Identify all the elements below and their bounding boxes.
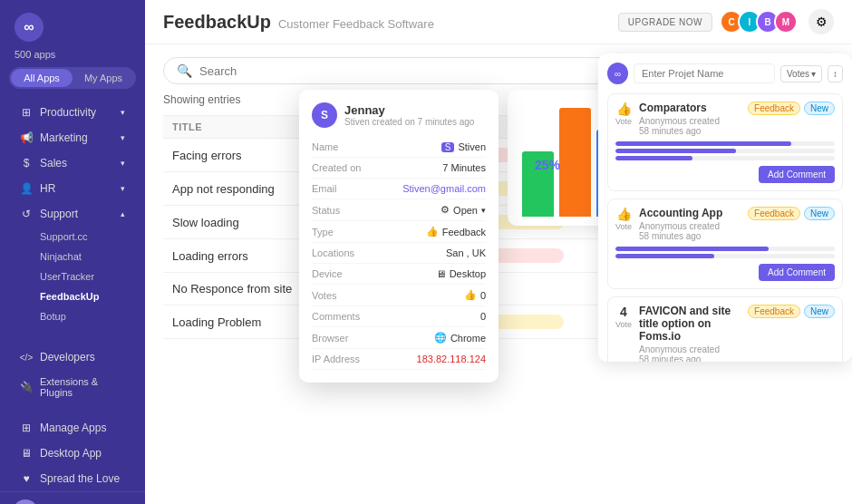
item-meta: Anonymous created 58 minutes ago — [639, 116, 741, 136]
chevron-down-icon: ▾ — [121, 133, 125, 142]
field-label: Device — [312, 268, 343, 279]
sidebar-item-manage-apps[interactable]: ⊞ Manage Apps — [5, 415, 140, 441]
avatar-m: M — [774, 10, 798, 34]
sidebar-item-botup[interactable]: Botup — [5, 306, 140, 326]
sidebar-item-supportcc[interactable]: Support.cc — [5, 227, 140, 247]
sidebar-item-extensions[interactable]: 🔌 Extensions & Plugins — [5, 370, 140, 404]
progress-bar-bg — [615, 254, 835, 258]
new-badge: New — [804, 207, 835, 220]
vote-section[interactable]: 👍 Vote — [615, 102, 632, 126]
detail-field-created: Created on 7 Minutes — [312, 158, 486, 179]
field-value: 183.82.118.124 — [417, 354, 486, 364]
chevron-down-icon: ▾ — [121, 184, 125, 193]
sidebar-item-label: Productivity — [40, 106, 96, 119]
sidebar-item-productivity[interactable]: ⊞ Productivity ▾ — [5, 100, 140, 125]
item-title: Comparators — [639, 102, 741, 114]
thumbs-up-icon: 👍 — [616, 207, 632, 221]
sidebar-item-marketing[interactable]: 📢 Marketing ▾ — [5, 125, 140, 150]
sidebar-footer-section: ⊞ Manage Apps 🖥 Desktop App ♥ Spread the… — [0, 408, 145, 504]
sidebar-item-ninjachat[interactable]: Ninjachat — [5, 247, 140, 267]
detail-field-browser: Browser 🌐 Chrome — [312, 327, 486, 349]
sidebar-item-developers[interactable]: </> Developers — [5, 344, 140, 370]
vote-label: Vote — [615, 222, 632, 231]
settings-button[interactable]: ⚙ — [808, 9, 834, 34]
tab-my-apps[interactable]: My Apps — [73, 69, 134, 87]
field-label: Name — [312, 141, 338, 152]
field-value: S Stiven — [441, 141, 486, 152]
heart-icon: ♥ — [20, 472, 33, 485]
panel-sort-arrows[interactable]: ↕ — [828, 65, 843, 82]
avatar-group: C I B M — [720, 10, 798, 34]
panel-item-content: Comparators Anonymous created 58 minutes… — [639, 102, 741, 136]
field-value: 7 Minutes — [442, 162, 486, 173]
comment-action: Add Comment — [615, 264, 835, 281]
sidebar-item-feedbackup[interactable]: FeedbackUp — [5, 286, 140, 306]
sidebar-item-label: Marketing — [40, 131, 88, 144]
desktop-icon: 🖥 — [436, 268, 446, 279]
vote-section[interactable]: 4 Vote — [615, 305, 632, 329]
detail-field-email: Email Stiven@gmail.com — [312, 179, 486, 199]
progress-bars — [615, 141, 835, 160]
field-label: Created on — [312, 162, 361, 173]
sidebar-item-spread-love[interactable]: ♥ Spread the Love — [5, 466, 140, 491]
topbar-title-group: FeedbackUp Customer Feedback Software — [163, 12, 434, 33]
detail-field-name: Name S Stiven — [312, 137, 486, 158]
progress-bar-fill — [615, 254, 714, 258]
productivity-icon: ⊞ — [20, 106, 33, 119]
detail-field-votes: Votes 👍 0 — [312, 285, 486, 306]
detail-field-device: Device 🖥 Desktop — [312, 264, 486, 285]
tab-all-apps[interactable]: All Apps — [11, 69, 73, 87]
feedback-badge: Feedback — [748, 207, 800, 220]
progress-bar-bg — [615, 156, 835, 160]
add-comment-button[interactable]: Add Comment — [759, 166, 835, 183]
progress-bar-fill — [615, 149, 736, 153]
field-value: 🌐 Chrome — [434, 332, 486, 344]
chevron-up-icon: ▴ — [121, 209, 125, 218]
item-title: Accounting App — [639, 207, 741, 219]
extensions-icon: 🔌 — [20, 381, 33, 393]
field-value: Stiven@gmail.com — [402, 183, 486, 194]
add-comment-button[interactable]: Add Comment — [759, 264, 835, 281]
field-value: 0 — [480, 311, 486, 322]
new-badge: New — [804, 305, 835, 318]
vote-label: Vote — [615, 320, 632, 329]
progress-bar-fill — [615, 247, 769, 251]
sidebar-item-support[interactable]: ↺ Support ▴ — [5, 201, 140, 227]
item-badges: Feedback New — [748, 305, 835, 318]
sidebar-item-label: HR — [40, 182, 55, 195]
developers-icon: </> — [20, 351, 33, 363]
panel-sort-button[interactable]: Votes ▾ — [780, 65, 822, 82]
field-label: Browser — [312, 333, 348, 344]
progress-bars — [615, 247, 835, 258]
detail-field-ip: IP Address 183.82.118.124 — [312, 349, 486, 370]
progress-bar-bg — [615, 149, 835, 153]
field-value: San , UK — [446, 247, 486, 258]
chevron-down-icon: ▾ — [121, 159, 125, 168]
progress-bar-fill — [615, 141, 791, 146]
vote-label: Vote — [615, 117, 632, 126]
detail-card-header: S Jennay Stiven created on 7 minutes ago — [312, 102, 486, 128]
bar-2 — [559, 108, 591, 217]
sidebar-item-sales[interactable]: $ Sales ▾ — [5, 150, 140, 176]
sidebar-item-usertracker[interactable]: UserTracker — [5, 267, 140, 286]
item-badges: Feedback New — [748, 207, 835, 220]
status-icon: ⚙ — [441, 204, 450, 216]
sidebar-item-hr[interactable]: 👤 HR ▾ — [5, 176, 140, 201]
panel-search-input[interactable] — [634, 63, 775, 83]
sidebar-bottom-nav: </> Developers 🔌 Extensions & Plugins — [0, 341, 145, 408]
feedback-badge: Feedback — [748, 305, 800, 318]
sidebar-item-desktop-app[interactable]: 🖥 Desktop App — [5, 441, 140, 466]
field-label: IP Address — [312, 354, 360, 364]
panel-item-content: Accounting App Anonymous created 58 minu… — [639, 207, 741, 241]
detail-field-status: Status ⚙ Open ▾ — [312, 199, 486, 221]
comment-action: Add Comment — [615, 166, 835, 183]
chrome-icon: 🌐 — [434, 332, 447, 344]
upgrade-button[interactable]: UPGRADE NOW — [618, 13, 712, 32]
chevron-down-icon: ▾ — [481, 206, 486, 215]
detail-field-type: Type 👍 Feedback — [312, 221, 486, 243]
vote-section[interactable]: 👍 Vote — [615, 207, 632, 231]
panel-item-header: 4 Vote FAVICON and site title option on … — [615, 305, 835, 362]
new-badge: New — [804, 102, 835, 115]
item-title: FAVICON and site title option on Foms.io — [639, 305, 741, 343]
detail-user-name: Jennay — [344, 103, 474, 117]
